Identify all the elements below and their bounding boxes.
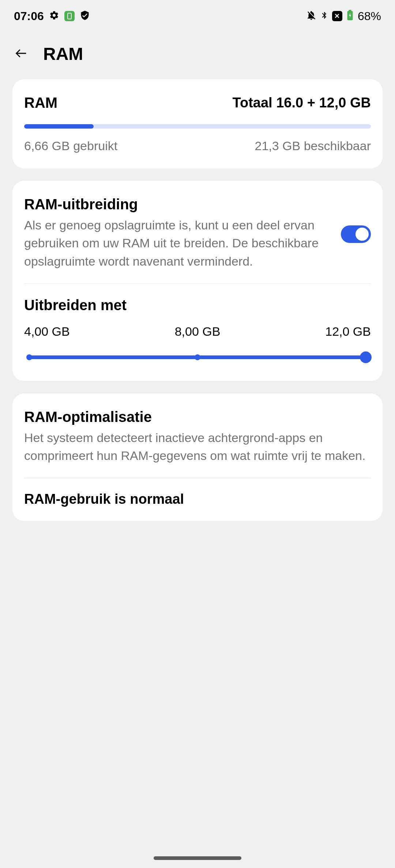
back-arrow-icon[interactable] — [14, 46, 29, 62]
expansion-description: Als er genoeg opslagruimte is, kunt u ee… — [24, 216, 330, 270]
ram-optimization-card: RAM-optimalisatie Het systeem detecteert… — [12, 393, 383, 521]
slider-thumb[interactable] — [360, 351, 372, 363]
optimization-description: Het systeem detecteert inactieve achterg… — [24, 429, 371, 465]
status-time: 07:06 — [14, 9, 44, 23]
expansion-text: RAM-uitbreiding Als er genoeg opslagruim… — [24, 196, 330, 270]
battery-percent: 68% — [358, 9, 381, 23]
notification-off-icon — [306, 10, 317, 22]
svg-rect-2 — [349, 10, 351, 11]
status-bar: 07:06 ✕ 68% — [0, 0, 395, 29]
divider — [24, 283, 371, 284]
ram-used: 6,66 GB gebruikt — [24, 139, 117, 153]
shield-icon — [80, 10, 90, 22]
ram-label: RAM — [24, 95, 57, 111]
slider-container — [24, 355, 371, 366]
navigation-bar-indicator[interactable] — [154, 856, 241, 860]
ram-total: Totaal 16.0 + 12,0 GB — [233, 95, 371, 111]
ram-progress-fill — [24, 124, 94, 129]
optimization-title: RAM-optimalisatie — [24, 409, 371, 425]
expansion-toggle[interactable] — [341, 225, 371, 243]
slider-option-2: 12,0 GB — [325, 324, 371, 339]
gear-icon — [49, 10, 59, 22]
close-box-icon: ✕ — [332, 11, 342, 21]
ram-usage-status[interactable]: RAM-gebruik is normaal — [24, 491, 371, 507]
page-header: RAM — [0, 29, 395, 79]
ram-usage-card: RAM Totaal 16.0 + 12,0 GB 6,66 GB gebrui… — [12, 79, 383, 168]
expansion-title: RAM-uitbreiding — [24, 196, 330, 213]
app-icon — [64, 11, 75, 21]
bluetooth-icon — [320, 10, 328, 22]
extend-title: Uitbreiden met — [24, 297, 371, 313]
status-left: 07:06 — [14, 9, 90, 23]
slider-tick-0 — [26, 354, 32, 360]
slider-labels: 4,00 GB 8,00 GB 12,0 GB — [24, 324, 371, 339]
expansion-row: RAM-uitbreiding Als er genoeg opslagruim… — [24, 196, 371, 270]
battery-charging-icon — [346, 10, 354, 22]
page-title: RAM — [43, 44, 83, 64]
status-right: ✕ 68% — [306, 9, 381, 23]
ram-stats: 6,66 GB gebruikt 21,3 GB beschikbaar — [24, 139, 371, 153]
ram-progress-bar — [24, 124, 371, 129]
slider-tick-1 — [195, 354, 200, 360]
slider-option-0: 4,00 GB — [24, 324, 70, 339]
divider — [24, 478, 371, 478]
expansion-slider[interactable] — [29, 355, 366, 359]
slider-option-1: 8,00 GB — [175, 324, 221, 339]
toggle-knob — [356, 228, 369, 241]
ram-available: 21,3 GB beschikbaar — [255, 139, 371, 153]
svg-rect-0 — [68, 13, 71, 19]
ram-header: RAM Totaal 16.0 + 12,0 GB — [24, 95, 371, 111]
ram-expansion-card: RAM-uitbreiding Als er genoeg opslagruim… — [12, 181, 383, 381]
